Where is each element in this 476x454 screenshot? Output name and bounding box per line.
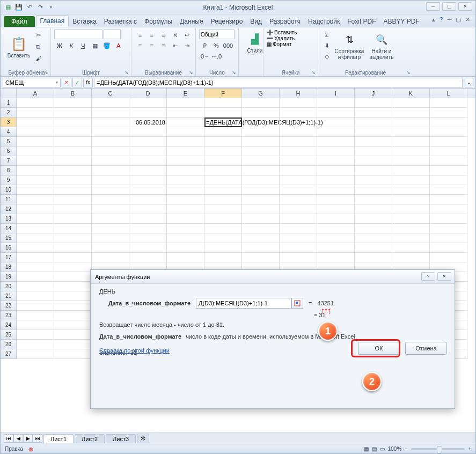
underline-icon[interactable]: Ч bbox=[78, 40, 89, 51]
cell[interactable] bbox=[430, 137, 467, 147]
tab-abbyy[interactable]: ABBYY PDF bbox=[380, 16, 423, 27]
cell[interactable] bbox=[129, 233, 167, 243]
undo-icon[interactable]: ↶ bbox=[25, 3, 34, 11]
sheet-nav-first[interactable]: ⏮ bbox=[4, 434, 13, 443]
cell[interactable] bbox=[242, 98, 280, 108]
row-header[interactable]: 21 bbox=[1, 291, 17, 301]
cell[interactable] bbox=[54, 330, 92, 340]
cell[interactable] bbox=[17, 156, 54, 166]
col-header[interactable]: D bbox=[129, 89, 167, 98]
cell[interactable] bbox=[129, 204, 167, 214]
cell[interactable] bbox=[355, 98, 392, 108]
cell[interactable] bbox=[204, 214, 242, 224]
cell[interactable] bbox=[317, 224, 355, 233]
cell[interactable] bbox=[430, 127, 467, 137]
cell[interactable] bbox=[317, 137, 355, 147]
ok-button[interactable]: ОК bbox=[358, 342, 400, 355]
cell[interactable] bbox=[167, 195, 204, 204]
cell[interactable] bbox=[204, 175, 242, 185]
doc-close-icon[interactable]: ✕ bbox=[465, 16, 470, 23]
maximize-button[interactable]: ▢ bbox=[442, 2, 456, 11]
row-header[interactable]: 20 bbox=[1, 282, 17, 291]
col-header[interactable]: I bbox=[317, 89, 355, 98]
dialog-help-button[interactable]: ? bbox=[421, 272, 435, 281]
cell[interactable] bbox=[242, 224, 280, 233]
cell[interactable] bbox=[54, 282, 92, 291]
cell[interactable] bbox=[430, 147, 467, 156]
cell[interactable] bbox=[430, 253, 467, 262]
cell[interactable] bbox=[54, 195, 92, 204]
cell[interactable] bbox=[280, 233, 317, 243]
cell[interactable] bbox=[204, 108, 242, 118]
cell[interactable] bbox=[17, 262, 54, 272]
cell[interactable] bbox=[392, 98, 430, 108]
sheet-tab[interactable]: Лист2 bbox=[75, 434, 105, 443]
cell[interactable] bbox=[317, 204, 355, 214]
cell[interactable] bbox=[204, 147, 242, 156]
cell[interactable] bbox=[355, 118, 392, 127]
zoom-out-button[interactable]: − bbox=[405, 446, 408, 452]
cell[interactable] bbox=[54, 272, 92, 282]
cell[interactable] bbox=[355, 214, 392, 224]
sheet-tab[interactable]: Лист1 bbox=[43, 434, 74, 443]
cell[interactable] bbox=[355, 195, 392, 204]
cell[interactable] bbox=[17, 195, 54, 204]
autosum-icon[interactable]: Σ bbox=[321, 30, 332, 40]
cell[interactable] bbox=[280, 118, 317, 127]
cell[interactable] bbox=[392, 156, 430, 166]
cell[interactable] bbox=[17, 214, 54, 224]
cell[interactable] bbox=[242, 166, 280, 175]
cell[interactable] bbox=[280, 175, 317, 185]
cell[interactable] bbox=[92, 195, 129, 204]
cell[interactable] bbox=[430, 195, 467, 204]
cell[interactable]: =ДЕНЬ(ДАТА(ГОД(D3);МЕСЯЦ(D3)+1;1)-1) bbox=[204, 118, 242, 127]
cell[interactable] bbox=[167, 204, 204, 214]
sheet-nav-prev[interactable]: ◀ bbox=[13, 434, 23, 443]
cell[interactable] bbox=[317, 214, 355, 224]
align-mid-icon[interactable]: ≡ bbox=[147, 30, 157, 40]
cell[interactable] bbox=[17, 340, 54, 349]
save-icon[interactable]: 💾 bbox=[14, 3, 23, 11]
cell[interactable] bbox=[54, 224, 92, 233]
cell[interactable] bbox=[430, 233, 467, 243]
cell[interactable] bbox=[242, 233, 280, 243]
cell[interactable] bbox=[204, 156, 242, 166]
dialog-titlebar[interactable]: Аргументы функции ? ✕ bbox=[91, 270, 455, 284]
delete-cell-icon[interactable]: ➖ bbox=[267, 35, 273, 41]
col-header[interactable]: E bbox=[167, 89, 204, 98]
cell[interactable] bbox=[54, 291, 92, 301]
row-header[interactable]: 17 bbox=[1, 253, 17, 262]
fx-button[interactable]: fx bbox=[83, 78, 93, 87]
cell[interactable] bbox=[392, 253, 430, 262]
row-header[interactable]: 7 bbox=[1, 156, 17, 166]
cell[interactable] bbox=[129, 214, 167, 224]
cell[interactable] bbox=[54, 137, 92, 147]
cell[interactable] bbox=[280, 243, 317, 253]
cell[interactable] bbox=[204, 185, 242, 195]
decimal-inc-icon[interactable]: .0→ bbox=[199, 51, 210, 62]
macro-record-icon[interactable]: ◉ bbox=[28, 446, 33, 452]
cell[interactable] bbox=[167, 98, 204, 108]
cell[interactable] bbox=[54, 301, 92, 311]
tab-insert[interactable]: Вставка bbox=[69, 16, 100, 27]
cell[interactable] bbox=[204, 98, 242, 108]
cell[interactable] bbox=[17, 108, 54, 118]
cut-icon[interactable]: ✂ bbox=[33, 30, 43, 40]
formula-expand-icon[interactable]: ⌄ bbox=[465, 78, 473, 87]
cell[interactable] bbox=[392, 224, 430, 233]
row-header[interactable]: 27 bbox=[1, 349, 17, 359]
cell[interactable] bbox=[54, 108, 92, 118]
cell[interactable] bbox=[129, 175, 167, 185]
cell[interactable] bbox=[242, 156, 280, 166]
cell[interactable] bbox=[430, 175, 467, 185]
cell[interactable] bbox=[54, 127, 92, 137]
cell[interactable] bbox=[54, 166, 92, 175]
cell[interactable] bbox=[317, 185, 355, 195]
tab-data[interactable]: Данные bbox=[176, 16, 207, 27]
merge-icon[interactable]: ⇥ bbox=[181, 40, 192, 51]
cell[interactable] bbox=[54, 156, 92, 166]
cell[interactable] bbox=[54, 262, 92, 272]
accept-formula-button[interactable]: ✓ bbox=[72, 78, 82, 87]
cell[interactable] bbox=[317, 127, 355, 137]
cell[interactable] bbox=[430, 214, 467, 224]
